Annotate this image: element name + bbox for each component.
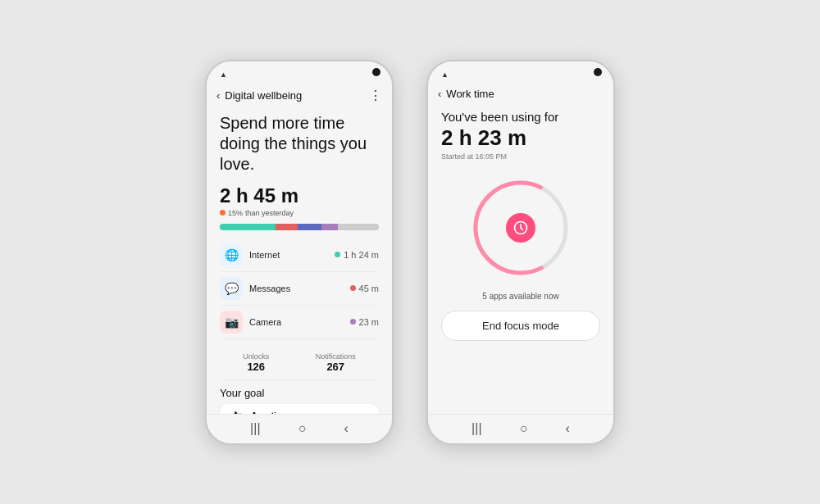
nav-title-2: Work time (446, 88, 604, 100)
stat-notifications: Notifications 267 (316, 352, 356, 373)
home-button-1[interactable]: ○ (298, 421, 307, 436)
wifi-icon-2: ▲ (441, 70, 449, 79)
app-time-camera: 23 m (359, 317, 379, 327)
hero-text-1: Spend more time doing the things you lov… (220, 113, 379, 175)
bar-messages (276, 224, 298, 230)
app-dot-camera (350, 319, 356, 325)
status-bar-1: ▲ (207, 61, 392, 84)
top-nav-2: ‹ Work time (428, 84, 613, 103)
phone-2-screen: You've been using for 2 h 23 m Started a… (428, 103, 613, 414)
home-button-2[interactable]: ○ (520, 421, 528, 436)
phone-2-body: ▲ ‹ Work time You've been using for 2 h … (426, 60, 615, 445)
app-icon-internet: 🌐 (220, 243, 243, 266)
bar-camera (298, 224, 321, 230)
top-nav-1: ‹ Digital wellbeing ⋮ (207, 84, 392, 107)
bottom-nav-2: ||| ○ ‹ (428, 414, 613, 443)
app-name-messages: Messages (249, 284, 350, 293)
hole-punch-2 (594, 68, 602, 76)
app-dot-messages (350, 285, 356, 291)
notifications-label: Notifications (316, 352, 356, 361)
app-dot-internet (335, 252, 340, 257)
status-left: ▲ (220, 70, 227, 79)
app-time-messages: 45 m (359, 284, 379, 293)
hole-punch-1 (372, 68, 380, 76)
back-button-1[interactable]: ‹ (216, 89, 220, 102)
usage-compare-1: 15% than yesterday (220, 209, 379, 217)
phone-1: ▲ ‹ Digital wellbeing ⋮ Spend more time … (205, 60, 394, 445)
app-row-camera[interactable]: 📷 Camera 23 m (220, 306, 379, 339)
app-icon-camera: 📷 (220, 311, 243, 334)
app-name-internet: Internet (249, 250, 335, 260)
nav-title-1: Digital wellbeing (225, 89, 369, 102)
back-button-2[interactable]: ‹ (438, 88, 441, 100)
phone-1-screen: Spend more time doing the things you lov… (207, 107, 392, 414)
focus-mode-icon (506, 213, 535, 243)
app-name-camera: Camera (249, 317, 350, 327)
app-list: 🌐 Internet 1 h 24 m 💬 Messages 45 m 📷 Ca… (220, 238, 379, 339)
phone-2: ▲ ‹ Work time You've been using for 2 h … (426, 60, 615, 445)
bar-other (321, 224, 337, 230)
goal-card[interactable]: ⏱ App timer Set daily limit for how long… (220, 404, 379, 414)
work-time: 2 h 23 m (441, 125, 526, 151)
work-started: Started at 16:05 PM (441, 152, 507, 161)
wifi-icon: ▲ (220, 70, 227, 79)
back-nav-button-2[interactable]: ‹ (566, 421, 570, 436)
unlocks-value: 126 (243, 361, 269, 373)
stats-row: Unlocks 126 Notifications 267 (220, 346, 379, 380)
compare-dot (220, 210, 226, 216)
notifications-value: 267 (316, 361, 356, 373)
status-bar-2: ▲ (428, 61, 613, 84)
back-nav-button-1[interactable]: ‹ (344, 421, 348, 436)
bar-internet (220, 224, 276, 230)
bar-rest (338, 224, 379, 230)
app-row-messages[interactable]: 💬 Messages 45 m (220, 272, 379, 306)
app-time-internet: 1 h 24 m (344, 250, 379, 260)
apps-available: 5 apps available now (441, 292, 600, 301)
end-focus-button[interactable]: End focus mode (441, 311, 600, 341)
status-left-2: ▲ (441, 70, 449, 79)
bottom-nav-1: ||| ○ ‹ (207, 414, 392, 443)
app-icon-messages: 💬 (220, 277, 243, 300)
work-hero: You've been using for (441, 110, 558, 124)
more-icon-1[interactable]: ⋮ (369, 88, 382, 103)
goal-section-label: Your goal (220, 387, 379, 399)
focus-circle-container (441, 170, 600, 285)
app-row-internet[interactable]: 🌐 Internet 1 h 24 m (220, 238, 379, 272)
phone-1-body: ▲ ‹ Digital wellbeing ⋮ Spend more time … (205, 60, 394, 445)
usage-bar (220, 224, 379, 230)
unlocks-label: Unlocks (243, 352, 269, 361)
recent-apps-button-2[interactable]: ||| (472, 421, 481, 436)
recent-apps-button-1[interactable]: ||| (250, 421, 260, 436)
stat-unlocks: Unlocks 126 (243, 352, 269, 373)
usage-time-1: 2 h 45 m (220, 184, 379, 207)
